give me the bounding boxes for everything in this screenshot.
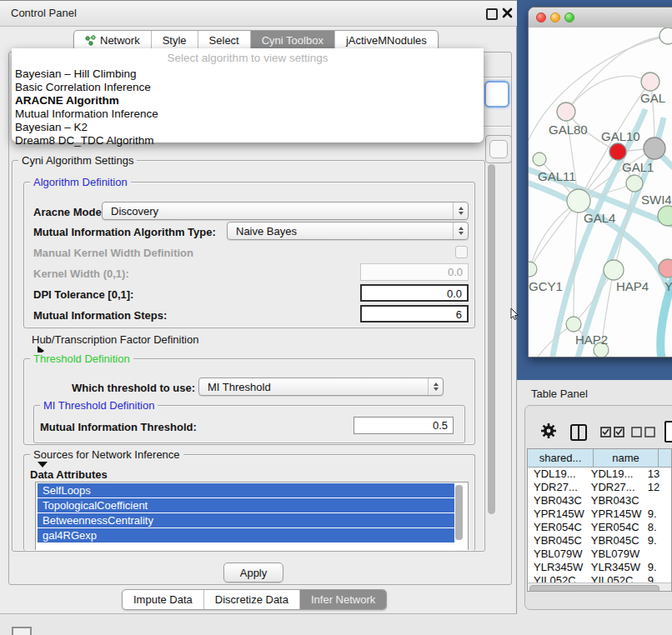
algorithm-option-dream8-dc-tdc-algorithm[interactable]: Dream8 DC_TDC Algorithm [15, 134, 480, 148]
close-traffic-light-icon[interactable] [536, 12, 546, 22]
dpi-tolerance-field[interactable]: 0.0 [360, 284, 469, 302]
tab-jactivemnodules[interactable]: jActiveMNodules [334, 31, 438, 50]
network-edge [660, 238, 672, 358]
manual-kernel-label: Manual Kernel Width Definition [33, 247, 193, 259]
network-icon [85, 35, 96, 46]
table-row[interactable]: YBR043CYBR043C [528, 494, 671, 508]
table-cell: YDR27... [528, 481, 585, 494]
network-node-gal11[interactable] [533, 152, 546, 166]
network-node-gal4[interactable] [567, 189, 590, 212]
network-node-hap2[interactable] [566, 317, 581, 332]
tab-infer-network[interactable]: Infer Network [299, 590, 386, 609]
which-threshold-select[interactable]: MI Threshold [198, 378, 444, 396]
network-node-label: HAP2 [575, 332, 608, 347]
close-icon[interactable] [502, 8, 513, 18]
network-node-gal10[interactable] [644, 138, 665, 159]
network-window[interactable]: GALGAL80GAL10GAL11GAL1GAL4SWI4GCY1HAP4YH… [528, 7, 672, 358]
aracne-mode-select[interactable]: Discovery [102, 202, 469, 220]
tab-network[interactable]: Network [74, 31, 151, 50]
attribute-item-gal4rgexp[interactable]: gal4RGexp [38, 528, 454, 542]
network-node[interactable] [609, 143, 626, 160]
table-row[interactable]: YER054CYER054C8. [528, 521, 671, 534]
group-title: Cyni Algorithm Settings [18, 154, 137, 167]
network-node-gcy1[interactable] [529, 262, 537, 277]
table-cell: 9. [642, 534, 671, 548]
mi-steps-field[interactable]: 6 [360, 305, 469, 322]
network-canvas[interactable]: GALGAL80GAL10GAL11GAL1GAL4SWI4GCY1HAP4YH… [529, 28, 672, 357]
tab-discretize-data[interactable]: Discretize Data [203, 590, 299, 609]
table-hscrollbar-thumb[interactable] [529, 585, 659, 592]
mi-type-select[interactable]: Naive Bayes [227, 222, 469, 240]
table-row[interactable]: YDR27...YDR27...12 [528, 481, 671, 494]
attribute-item-selfloops[interactable]: SelfLoops [38, 483, 454, 498]
float-window-icon[interactable] [486, 8, 498, 20]
network-node-gal80[interactable] [557, 102, 575, 121]
data-attributes-list[interactable]: SelfLoopsTopologicalCoefficientBetweenne… [35, 482, 469, 550]
algorithm-option-aracne-algorithm[interactable]: ARACNE Algorithm [15, 94, 480, 108]
gear-icon[interactable] [540, 422, 557, 439]
attribute-item-topologicalcoefficient[interactable]: TopologicalCoefficient [38, 498, 454, 512]
mi-threshold-field[interactable]: 0.5 [354, 417, 454, 434]
network-node[interactable] [659, 28, 672, 44]
table-row[interactable]: YDL19...YDL19...13 [528, 468, 671, 481]
algorithm-option-bayesian-k2[interactable]: Bayesian – K2 [15, 121, 480, 134]
network-node-label: GAL80 [549, 122, 588, 137]
settings-scrollbar[interactable] [488, 164, 495, 514]
table-header-row: shared...nameA [528, 449, 672, 468]
sources-title: Sources for Network Inference [33, 448, 180, 461]
network-node-gal1[interactable] [626, 175, 643, 192]
minimized-panel-icon[interactable] [12, 627, 32, 635]
algorithm-option-basic-correlation-inference[interactable]: Basic Correlation Inference [15, 81, 480, 94]
table-cell: 9. [642, 574, 671, 582]
minimize-traffic-light-icon[interactable] [550, 12, 560, 22]
tab-label: Style [163, 34, 187, 47]
table-row[interactable]: YBL079WYBL079W [528, 548, 671, 561]
table-row[interactable]: YLR345WYLR345W9. [528, 561, 671, 574]
tab-label: jActiveMNodules [346, 34, 427, 47]
table-cell: 8. [642, 521, 671, 534]
table-row[interactable]: YBR045CYBR045C9. [528, 534, 671, 548]
network-node-label: GAL [640, 91, 665, 105]
column-header-a[interactable]: A [659, 449, 672, 468]
which-threshold-label: Which threshold to use: [72, 382, 195, 394]
network-edge [529, 201, 579, 269]
table-cell: YBR045C [585, 534, 642, 548]
sources-section-toggle[interactable]: Sources for Network Inference [30, 448, 183, 468]
select-all-checkboxes-icon[interactable] [600, 427, 625, 438]
manual-kernel-checkbox[interactable] [455, 246, 468, 258]
tab-label: Impute Data [133, 593, 193, 606]
attribute-item-betweennesscentrality[interactable]: BetweennessCentrality [38, 513, 454, 528]
network-node-swi4[interactable] [658, 206, 672, 226]
column-header-name[interactable]: name [594, 449, 659, 468]
network-node-y[interactable] [659, 259, 672, 278]
export-table-icon[interactable] [664, 421, 672, 442]
apply-button[interactable]: Apply [223, 562, 283, 582]
network-node-label: GAL11 [538, 169, 576, 183]
algorithm-combo-end[interactable] [484, 81, 509, 108]
table-cell: YBL079W [528, 548, 585, 561]
columns-icon[interactable] [570, 424, 587, 441]
zoom-traffic-light-icon[interactable] [564, 12, 574, 22]
table-hscrollbar[interactable] [528, 582, 671, 592]
table-row[interactable]: YIL052CYIL052C9. [528, 574, 671, 582]
dpi-tolerance-label: DPI Tolerance [0,1]: [33, 288, 133, 301]
tab-cyni-toolbox[interactable]: Cyni Toolbox [250, 31, 334, 50]
tab-select[interactable]: Select [198, 31, 250, 50]
chevron-down-icon [38, 461, 48, 468]
algorithm-dropdown-list: Select algorithm to view settings Bayesi… [12, 48, 484, 142]
column-header-shared[interactable]: shared... [528, 449, 594, 468]
aracne-mode-label: Aracne Mode: [33, 206, 105, 218]
tab-style[interactable]: Style [151, 31, 198, 50]
table-row[interactable]: YPR145WYPR145W9. [528, 508, 671, 521]
network-window-titlebar[interactable] [529, 8, 672, 28]
hidden-groupbox-edge [484, 77, 511, 78]
attributes-list-scrollbar[interactable] [455, 485, 463, 540]
table-cell: YLR345W [585, 561, 642, 574]
tab-impute-data[interactable]: Impute Data [123, 590, 203, 609]
algorithm-option-bayesian-hill-climbing[interactable]: Bayesian – Hill Climbing [15, 68, 480, 81]
deselect-checkboxes-icon[interactable] [631, 427, 656, 438]
network-node-gal[interactable] [641, 72, 659, 91]
algorithm-option-mutual-information-inference[interactable]: Mutual Information Inference [15, 108, 480, 121]
kernel-width-field[interactable]: 0.0 [360, 263, 469, 281]
network-node-hap4[interactable] [604, 260, 624, 280]
